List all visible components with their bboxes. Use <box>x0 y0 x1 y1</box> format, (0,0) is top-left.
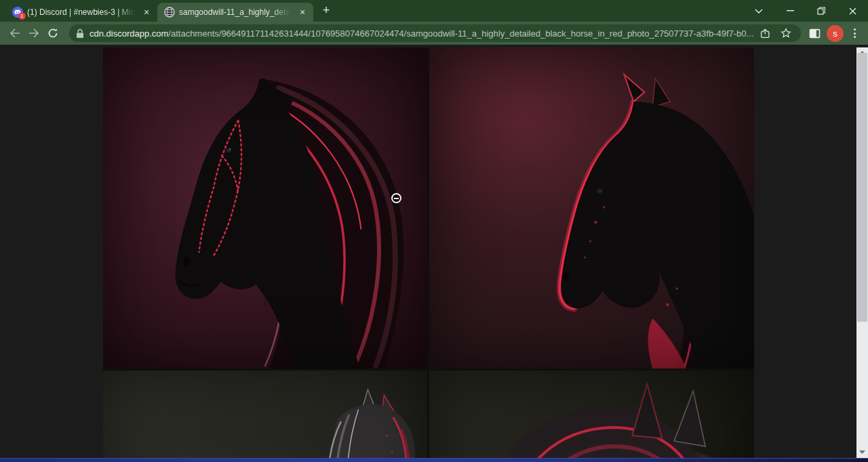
discord-favicon-icon: 1 <box>12 7 23 18</box>
tab-close-icon[interactable]: ✕ <box>141 7 152 18</box>
side-panel-icon[interactable] <box>805 24 824 43</box>
share-icon[interactable] <box>757 25 774 41</box>
profile-avatar[interactable]: s <box>827 25 844 42</box>
url-path: /attachments/966491171142631444/10769580… <box>168 28 753 39</box>
close-window-button[interactable] <box>837 0 868 22</box>
tab-search-chevron-icon[interactable] <box>743 0 774 22</box>
zoom-out-cursor-icon <box>391 193 401 203</box>
tab-discord[interactable]: 1 (1) Discord | #newbies-3 | Midjou ✕ <box>5 3 157 22</box>
bookmark-star-icon[interactable] <box>778 25 794 41</box>
horse-panel-bottom-left <box>103 371 427 458</box>
horse-panel-top-right <box>429 47 754 369</box>
window-controls <box>743 0 868 22</box>
horse-panel-top-left <box>103 47 427 369</box>
reload-button[interactable] <box>43 24 62 43</box>
browser-window: 1 (1) Discord | #newbies-3 | Midjou ✕ sa… <box>0 0 868 462</box>
menu-kebab-icon[interactable] <box>846 25 863 41</box>
browser-toolbar: cdn.discordapp.com/attachments/966491171… <box>0 22 868 45</box>
url-text: cdn.discordapp.com/attachments/966491171… <box>90 28 753 39</box>
vertical-scrollbar[interactable] <box>856 47 868 458</box>
tab-close-icon[interactable]: ✕ <box>297 7 308 18</box>
back-button[interactable] <box>5 24 24 43</box>
tab-title: (1) Discord | #newbies-3 | Midjou <box>27 7 137 17</box>
address-bar[interactable]: cdn.discordapp.com/attachments/966491171… <box>69 24 801 42</box>
horse-panel-bottom-right <box>429 371 754 458</box>
new-tab-button[interactable]: + <box>317 2 335 20</box>
scroll-down-button[interactable] <box>856 447 868 457</box>
tab-image[interactable]: samgoodwill-11_a_highly_detaile ✕ <box>157 3 313 22</box>
restore-button[interactable] <box>806 0 837 22</box>
url-domain: cdn.discordapp.com <box>90 28 168 39</box>
scrollbar-thumb[interactable] <box>857 53 867 322</box>
taskbar-sliver <box>0 458 868 462</box>
image-grid[interactable] <box>103 47 754 458</box>
minimize-button[interactable] <box>774 0 806 22</box>
notification-badge: 1 <box>18 12 26 20</box>
globe-favicon-icon <box>164 7 175 18</box>
padlock-icon <box>76 28 84 39</box>
tab-title: samgoodwill-11_a_highly_detaile <box>179 7 293 17</box>
page-viewport <box>0 45 868 458</box>
tab-strip: 1 (1) Discord | #newbies-3 | Midjou ✕ sa… <box>0 0 868 22</box>
forward-button[interactable] <box>24 24 43 43</box>
